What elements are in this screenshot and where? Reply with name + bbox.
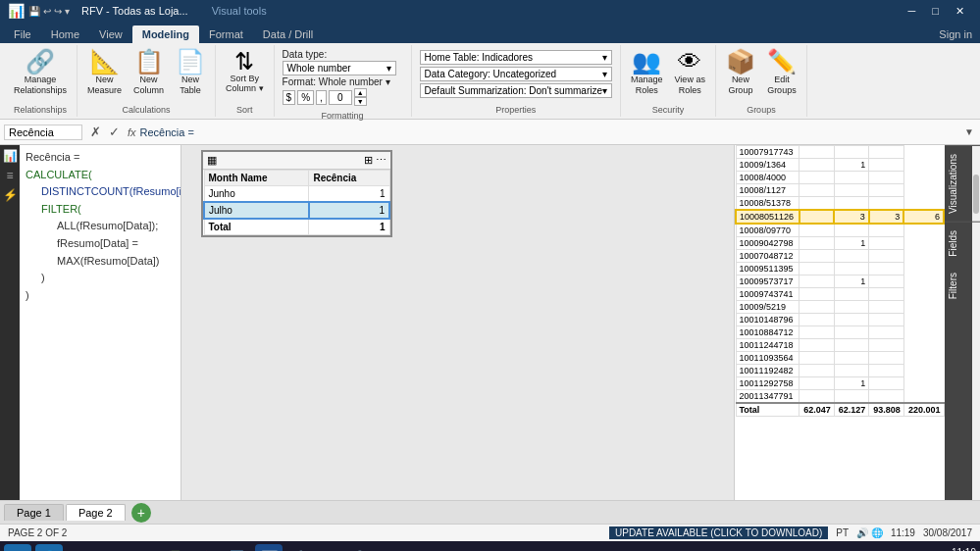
table-row: 10008/09770 [736,224,944,237]
data-type-value: Whole number [287,63,351,74]
taskbar-tool[interactable]: 🔧 [349,544,377,551]
taskbar-excel[interactable]: 💻 [129,544,157,551]
table-row-highlighted: 10008051126336 [736,210,944,224]
new-measure-icon: 📐 [90,49,120,75]
filters-panel-btn[interactable]: Filters [945,265,980,307]
tab-format[interactable]: Format [199,25,253,43]
formula-line-4: FILTER( [26,201,175,219]
new-column-btn[interactable]: 📋 New Column [129,47,168,98]
table-total-row: Total62.04762.12793.808220.001 [736,403,944,417]
tab-home[interactable]: Home [41,25,89,43]
properties-content: Home Table: Indicadores ▾ Data Category:… [418,47,614,103]
data-type-dropdown[interactable]: Whole number ▾ [283,61,396,75]
ribbon-group-properties: Home Table: Indicadores ▾ Data Category:… [412,45,621,117]
close-btn[interactable]: ✕ [948,3,972,20]
new-table-btn[interactable]: 📄 New Table [172,47,209,98]
table-row-selected[interactable]: Julho 1 [204,202,389,219]
taskbar-explorer[interactable]: 📁 [67,544,94,551]
page-1-tab[interactable]: Page 1 [4,504,64,521]
formula-text[interactable]: Recência = [140,126,963,138]
taskbar-left: ⊞ 🌐 📁 📧 💻 📗 🎯 📝 📊 ⚙️ 🦊 🔧 [4,544,377,551]
home-table-value: Home Table: Indicadores [425,52,533,63]
view-as-roles-btn[interactable]: 👁 View as Roles [671,47,709,98]
data-table: Month Name Recência Junho 1 Julho 1 Tota… [203,170,390,235]
taskbar-firefox[interactable]: 🦊 [318,544,345,551]
taskbar-word[interactable]: 📝 [224,544,251,551]
relationships-content: 🔗 Manage Relationships [10,47,71,103]
sort-by-column-btn[interactable]: ⇅ Sort ByColumn ▾ [222,47,268,96]
taskbar-settings[interactable]: ⚙️ [286,544,314,551]
manage-roles-btn[interactable]: 👥 Manage Roles [627,47,667,98]
taskbar-clock: 11:19 30/08/2017 [927,547,976,551]
taskbar-powerpoint[interactable]: 🎯 [192,544,220,551]
table-sidebar-icon[interactable]: ≡ [6,169,13,182]
formula-code-block: Recência = CALCULATE( DISTINCTCOUNT(fRes… [20,145,181,308]
title-bar: 📊 💾 ↩ ↪ ▾ RFV - Todas as Loja... Visual … [0,0,980,22]
maximize-btn[interactable]: □ [924,3,947,20]
chart-sidebar-icon[interactable]: 📊 [3,149,18,163]
model-sidebar-icon[interactable]: ⚡ [3,188,18,202]
formula-name-input[interactable] [4,125,82,140]
fields-panel-btn[interactable]: Fields [945,222,980,265]
edit-groups-btn[interactable]: ✏️ Edit Groups [763,47,800,98]
table-row[interactable]: Junho 1 [204,186,389,203]
tab-modeling[interactable]: Modeling [132,25,199,43]
sort-label-group: Sort [222,103,268,115]
confirm-formula-btn[interactable]: ✓ [105,125,124,139]
add-page-btn[interactable]: + [131,503,151,523]
percent-btn[interactable]: % [297,90,314,105]
taskbar-powerbi[interactable]: 📊 [255,544,283,551]
manage-relationships-btn[interactable]: 🔗 Manage Relationships [10,47,71,98]
table-row: 10009/13641 [736,159,944,172]
cancel-formula-btn[interactable]: ✗ [86,125,105,139]
taskbar-excel2[interactable]: 📗 [161,544,188,551]
new-group-btn[interactable]: 📦 New Group [722,47,759,98]
ribbon-tabs: File Home View Modeling Format Data / Dr… [0,22,980,43]
summarization-dropdown[interactable]: Default Summarization: Don't summarize ▾ [420,83,612,98]
table-fit-icon[interactable]: ⊞ [364,154,373,167]
tab-data-drill[interactable]: Data / Drill [253,25,323,43]
decimals-input[interactable]: 0 [329,90,352,105]
formula-expand-btn[interactable]: ▼ [962,126,976,137]
comma-btn[interactable]: , [316,90,327,105]
sort-icon: ⇅ [234,49,254,75]
new-table-icon: 📄 [176,49,205,75]
taskbar-ie[interactable]: 🌐 [35,544,63,551]
update-available-btn[interactable]: UPDATE AVAILABLE (CLICK TO DOWNLOAD) [609,526,828,539]
page-2-tab[interactable]: Page 2 [66,504,126,521]
save-icon[interactable]: 💾 [28,6,40,17]
table-widget-icons: ⊞ ⋯ [364,154,387,167]
start-btn[interactable]: ⊞ [4,544,31,551]
security-label: Security [627,103,709,115]
taskbar: ⊞ 🌐 📁 📧 💻 📗 🎯 📝 📊 ⚙️ 🦊 🔧 🌐 🔊 🔋 11:19 30/… [0,541,980,551]
data-type-chevron: ▾ [387,63,391,74]
currency-btn[interactable]: $ [283,90,296,105]
ribbon-group-sort: ⇅ Sort ByColumn ▾ Sort [216,45,275,117]
taskbar-right: 🌐 🔊 🔋 11:19 30/08/2017 [871,547,976,551]
page-indicator: PAGE 2 OF 2 [8,527,67,538]
calculations-label: Calculations [83,103,209,115]
visualizations-panel-btn[interactable]: Visualizations [945,145,980,222]
undo-icon[interactable]: ↩ [43,6,51,17]
more-icon[interactable]: ▾ [65,6,70,17]
taskbar-outlook[interactable]: 📧 [98,544,126,551]
calculations-content: 📐 New Measure 📋 New Column 📄 New Table [83,47,209,103]
table-row: 10011244718 [736,339,944,352]
data-type-area: Data type: Whole number ▾ Format: Whole … [281,47,398,109]
table-more-icon[interactable]: ⋯ [376,154,387,167]
minimize-btn[interactable]: ─ [901,3,924,20]
quick-access-icons: 💾 ↩ ↪ ▾ [28,6,70,17]
tab-view[interactable]: View [89,25,132,43]
data-category-dropdown[interactable]: Data Category: Uncategorized ▾ [420,67,612,81]
decimals-down[interactable]: ▼ [354,97,367,106]
language-indicator: PT [836,527,849,538]
redo-icon[interactable]: ↪ [54,6,62,17]
new-measure-btn[interactable]: 📐 New Measure [83,47,126,98]
decimals-up[interactable]: ▲ [354,88,367,97]
signin-link[interactable]: Sign in [931,25,980,43]
table-widget-title: ▦ [207,154,217,167]
title-bar-left: 📊 💾 ↩ ↪ ▾ RFV - Todas as Loja... Visual … [8,3,267,19]
tab-file[interactable]: File [4,25,41,43]
home-table-dropdown[interactable]: Home Table: Indicadores ▾ [420,50,612,65]
format-row: $ % , 0 ▲ ▼ [283,88,396,106]
